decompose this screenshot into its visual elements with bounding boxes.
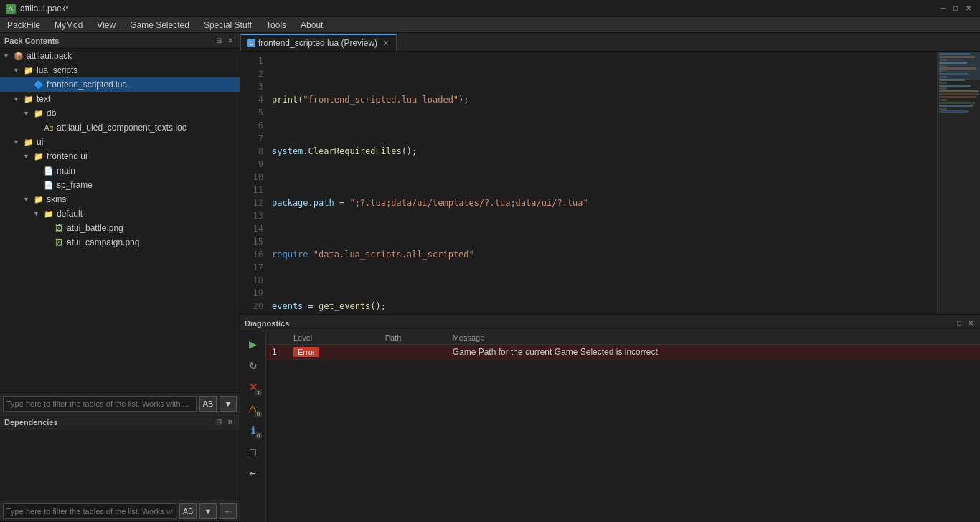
dependencies-pin-button[interactable]: ⊟ xyxy=(214,417,224,427)
diagnostics-table-header: Level Path Message xyxy=(266,331,980,345)
menu-game-selected[interactable]: Game Selected xyxy=(123,17,197,32)
toggle-sp-frame xyxy=(33,181,43,189)
pack-contents-filter-input[interactable] xyxy=(3,396,197,412)
dependencies-close-button[interactable]: ✕ xyxy=(225,417,235,427)
ui-folder-icon: 📁 xyxy=(23,136,34,148)
window-title: attilaui.pack* xyxy=(20,4,69,14)
refresh-button[interactable]: ↻ xyxy=(243,356,263,376)
toggle-default[interactable]: ▼ xyxy=(33,210,43,217)
toggle-ui[interactable]: ▼ xyxy=(13,138,23,146)
tree-item-ui[interactable]: ▼ 📁 ui xyxy=(0,135,240,149)
toggle-pack[interactable]: ▼ xyxy=(3,52,13,60)
toggle-text[interactable]: ▼ xyxy=(13,95,23,103)
skins-icon: 📁 xyxy=(33,194,44,205)
lua-file-icon: 🔷 xyxy=(33,79,44,90)
loc-label: attilaui_uied_component_texts.loc xyxy=(57,123,187,133)
dependencies-filter-down-button[interactable]: ▼ xyxy=(199,503,217,519)
col-num xyxy=(266,331,288,345)
pack-contents-tree[interactable]: ▼ 📦 attilaui.pack ▼ 📁 lua_scripts 🔷 fron… xyxy=(0,49,240,392)
pack-contents-pin-button[interactable]: ⊟ xyxy=(214,36,224,46)
close-button[interactable]: ✕ xyxy=(963,4,974,14)
tree-item-main[interactable]: 📄 main xyxy=(0,163,240,178)
diagnostics-table-container: Level Path Message 1 Error xyxy=(266,331,980,522)
toggle-db[interactable]: ▼ xyxy=(23,110,33,117)
diagnostics-title: Diagnostics xyxy=(245,319,289,328)
lua-scripts-icon: 📁 xyxy=(23,65,34,76)
tree-item-default[interactable]: ▼ 📁 default xyxy=(0,207,240,221)
menu-special-stuff[interactable]: Special Stuff xyxy=(197,17,259,32)
row-path xyxy=(380,345,447,360)
menu-packfile[interactable]: PackFile xyxy=(0,17,47,32)
diagnostics-maximize-button[interactable]: □ xyxy=(954,318,964,328)
menu-view[interactable]: View xyxy=(90,17,123,32)
title-bar-left: A attilaui.pack* xyxy=(6,4,69,14)
tab-bar: L frontend_scripted.lua (Preview) ✕ xyxy=(240,33,980,52)
left-panel: Pack Contents ⊟ ✕ ▼ 📦 attilaui.pack ▼ 📁 xyxy=(0,33,240,522)
menu-tools[interactable]: Tools xyxy=(259,17,293,32)
clear-button[interactable]: □ xyxy=(243,442,263,462)
wrap-button[interactable]: ↵ xyxy=(243,463,263,483)
code-content[interactable]: print("frontend_scripted.lua loaded"); s… xyxy=(266,52,937,314)
tree-item-atui-battle[interactable]: 🖼 atui_battle.png xyxy=(0,221,240,235)
toggle-atui-battle xyxy=(43,224,53,232)
sp-frame-file-icon: 📄 xyxy=(43,179,55,191)
tab-lua-icon: L xyxy=(247,39,255,47)
tree-item-lua-scripts[interactable]: ▼ 📁 lua_scripts xyxy=(0,63,240,77)
minimize-button[interactable]: ─ xyxy=(937,4,948,14)
diagnostics-panel: Diagnostics □ ✕ ▶ ↻ ✕ 1 xyxy=(240,314,980,522)
toggle-skins[interactable]: ▼ xyxy=(23,196,33,203)
error-filter-button[interactable]: ✕ 1 xyxy=(243,377,263,397)
tree-item-db[interactable]: ▼ 📁 db xyxy=(0,106,240,120)
diagnostics-body: ▶ ↻ ✕ 1 ⚠ 0 ℹ 0 xyxy=(240,331,980,522)
tree-item-skins[interactable]: ▼ 📁 skins xyxy=(0,192,240,207)
frontend-ui-icon: 📁 xyxy=(33,151,44,162)
tree-item-frontend-ui[interactable]: ▼ 📁 frontend ui xyxy=(0,149,240,163)
diagnostics-table-body: 1 Error Game Path for the current Game S… xyxy=(266,345,980,360)
dependencies-more-button[interactable]: ··· xyxy=(220,503,237,519)
frontend-scripted-label: frontend_scripted.lua xyxy=(47,80,127,90)
dependencies-header: Dependencies ⊟ ✕ xyxy=(0,414,240,430)
info-filter-button[interactable]: ℹ 0 xyxy=(243,420,263,440)
pack-contents-header: Pack Contents ⊟ ✕ xyxy=(0,33,240,49)
db-icon: 📁 xyxy=(33,108,44,119)
dependencies-filter-input[interactable] xyxy=(3,503,176,519)
toggle-main xyxy=(33,167,43,174)
title-bar: A attilaui.pack* ─ □ ✕ xyxy=(0,0,980,17)
run-button[interactable]: ▶ xyxy=(243,334,263,354)
right-panel: L frontend_scripted.lua (Preview) ✕ 1234… xyxy=(240,33,980,522)
tree-item-loc[interactable]: Aα attilaui_uied_component_texts.loc xyxy=(0,120,240,135)
pack-contents-close-button[interactable]: ✕ xyxy=(225,36,235,46)
dependencies-filter-ab-button[interactable]: AB xyxy=(179,503,197,519)
tree-item-frontend-scripted[interactable]: 🔷 frontend_scripted.lua xyxy=(0,77,240,92)
app-icon: A xyxy=(6,4,16,14)
tree-item-atui-campaign[interactable]: 🖼 atui_campaign.png xyxy=(0,235,240,250)
dependencies-header-btns: ⊟ ✕ xyxy=(214,417,235,427)
table-row[interactable]: 1 Error Game Path for the current Game S… xyxy=(266,345,980,360)
tree-item-sp-frame[interactable]: 📄 sp_frame xyxy=(0,178,240,192)
col-message: Message xyxy=(447,331,980,345)
tree-item-pack[interactable]: ▼ 📦 attilaui.pack xyxy=(0,49,240,63)
tab-frontend-scripted[interactable]: L frontend_scripted.lua (Preview) ✕ xyxy=(240,34,397,51)
code-editor: 12345 678910 1112131415 1617181920 21 pr… xyxy=(240,52,980,314)
pack-contents-filter-ab-button[interactable]: AB xyxy=(199,396,217,412)
toggle-lua-scripts[interactable]: ▼ xyxy=(13,67,23,74)
pack-contents-filter-down-button[interactable]: ▼ xyxy=(220,396,237,412)
dependencies-section: Dependencies ⊟ ✕ AB ▼ ··· xyxy=(0,414,240,522)
minimap-scroll[interactable] xyxy=(938,52,980,314)
default-label: default xyxy=(57,209,83,219)
diagnostics-table: Level Path Message 1 Error xyxy=(266,331,980,360)
main-label: main xyxy=(57,166,75,176)
tree-item-text[interactable]: ▼ 📁 text xyxy=(0,92,240,106)
db-label: db xyxy=(47,108,56,118)
text-label: text xyxy=(37,94,50,104)
menu-mymod[interactable]: MyMod xyxy=(47,17,90,32)
tab-close-button[interactable]: ✕ xyxy=(380,38,390,48)
toggle-frontend-ui[interactable]: ▼ xyxy=(23,153,33,160)
main-file-icon: 📄 xyxy=(43,165,55,176)
warning-filter-button[interactable]: ⚠ 0 xyxy=(243,399,263,419)
maximize-button[interactable]: □ xyxy=(950,4,961,14)
campaign-png-label: atui_campaign.png xyxy=(67,237,139,247)
menu-about[interactable]: About xyxy=(293,17,330,32)
diagnostics-close-button[interactable]: ✕ xyxy=(966,318,976,328)
row-num: 1 xyxy=(266,345,288,360)
